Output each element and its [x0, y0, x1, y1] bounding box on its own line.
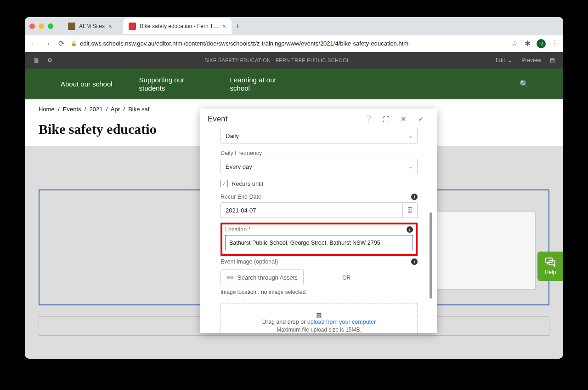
daily-frequency-label: Daily Frequency	[220, 150, 418, 156]
recurrence-select[interactable]: Daily⌄	[220, 128, 418, 143]
info-icon[interactable]: i	[411, 258, 418, 265]
crumb-year[interactable]: 2021	[90, 106, 103, 113]
crumb-month[interactable]: Apr	[111, 106, 120, 113]
recurs-until-row: ✓ Recurs until	[220, 180, 418, 187]
chevron-down-icon: ⌄	[408, 133, 413, 139]
window-maximize-button[interactable]	[48, 23, 53, 29]
text-caret	[381, 239, 381, 246]
chevron-down-icon: ⌄	[508, 57, 512, 63]
aem-favicon-icon	[68, 23, 75, 30]
crumb-home[interactable]: Home	[39, 106, 55, 113]
close-icon[interactable]: ×	[108, 23, 112, 30]
address-bar: ← → ⟳ 🔒 edit.sws.schools.nsw.gov.au/edit…	[25, 35, 563, 52]
binoculars-icon: 👓	[226, 274, 234, 281]
help-button[interactable]: Help	[537, 252, 563, 281]
search-icon[interactable]: 🔍	[520, 80, 529, 88]
nav-about[interactable]: About our school	[61, 80, 113, 88]
image-icon: 🖼	[226, 312, 413, 319]
edit-mode-dropdown[interactable]: Edit⌄	[496, 57, 513, 63]
location-highlight: Location * i Bathurst Public School, Geo…	[220, 223, 418, 256]
close-icon[interactable]: ✕	[395, 115, 412, 123]
dialog-body: Daily⌄ Daily Frequency Every day⌄ ✓ Recu…	[200, 126, 437, 333]
new-tab-button[interactable]: +	[235, 22, 240, 31]
star-icon[interactable]: ☆	[511, 39, 518, 48]
side-panel-icon[interactable]: ▥	[31, 56, 40, 65]
chat-icon	[545, 257, 556, 267]
tab-label: Bike safety education - Fern T…	[140, 23, 219, 29]
menu-icon[interactable]: ⋮	[551, 39, 559, 48]
daily-frequency-select[interactable]: Every day⌄	[220, 159, 418, 174]
info-icon[interactable]: i	[411, 194, 418, 200]
back-button[interactable]: ←	[29, 40, 38, 48]
recurs-until-checkbox[interactable]: ✓	[220, 180, 228, 187]
url-field[interactable]: 🔒 edit.sws.schools.nsw.gov.au/editor.htm…	[71, 40, 505, 47]
search-assets-button[interactable]: 👓 Search through Assets	[220, 270, 304, 285]
lock-icon: 🔒	[71, 40, 77, 46]
preview-button[interactable]: Preview	[521, 57, 541, 63]
fullscreen-icon[interactable]: ⛶	[377, 115, 395, 123]
info-icon[interactable]: i	[407, 226, 413, 233]
page-info-icon[interactable]: ▤	[548, 56, 557, 65]
profile-avatar[interactable]: R	[537, 39, 546, 48]
recur-end-date-input[interactable]: 2021-04-07	[220, 202, 403, 218]
help-icon[interactable]: ❔	[360, 115, 377, 123]
location-input[interactable]: Bathurst Public School, George Street, B…	[225, 235, 413, 250]
location-label: Location * i	[225, 226, 413, 233]
aem-toolbar: ▥ ⚙ BIKE SAFETY EDUCATION - FERN TREE PU…	[25, 52, 563, 69]
tab-label: AEM Sites	[79, 23, 105, 29]
upload-link[interactable]: upload from your computer	[307, 319, 376, 325]
image-location-text: Image location : no image selected	[220, 289, 418, 295]
aem-page-title: BIKE SAFETY EDUCATION - FERN TREE PUBLIC…	[59, 57, 496, 63]
close-icon[interactable]: ×	[222, 23, 226, 30]
tab-bar: AEM Sites × Bike safety education - Fern…	[25, 17, 563, 35]
or-label: OR	[342, 275, 351, 281]
tab-bike-safety[interactable]: Bike safety education - Fern T… ×	[123, 18, 232, 34]
crumb-events[interactable]: Events	[63, 106, 81, 113]
max-size-text: Maximum file upload size is 15MB.	[226, 327, 413, 333]
nav-learning[interactable]: Learning at our school	[230, 76, 294, 92]
nsw-favicon-icon	[129, 23, 136, 30]
site-navigation: About our school Supporting our students…	[25, 69, 563, 99]
tab-aem-sites[interactable]: AEM Sites ×	[62, 18, 118, 34]
nav-supporting[interactable]: Supporting our students	[139, 76, 204, 92]
chevron-down-icon: ⌄	[408, 164, 413, 170]
forward-button[interactable]: →	[43, 40, 51, 48]
page-title: Bike safety educatio	[39, 121, 157, 137]
submit-icon[interactable]: ✓	[412, 115, 430, 123]
extensions-icon[interactable]: ✱	[524, 39, 531, 48]
recur-end-date-field: 2021-04-07 🗓	[220, 202, 418, 218]
breadcrumb: Home / Events / 2021 / Apr / Bike saf	[39, 106, 149, 113]
dialog-title: Event	[208, 115, 227, 124]
browser-window: AEM Sites × Bike safety education - Fern…	[25, 17, 563, 359]
window-minimize-button[interactable]	[39, 23, 44, 29]
event-dialog: Event ❔ ⛶ ✕ ✓ Daily⌄ Daily Frequency Eve…	[200, 109, 437, 333]
recurs-until-label: Recurs until	[232, 180, 263, 187]
settings-icon[interactable]: ⚙	[45, 56, 54, 65]
window-close-button[interactable]	[29, 23, 35, 29]
upload-dropzone[interactable]: 🖼 Drag and drop or upload from your comp…	[220, 304, 418, 333]
reload-button[interactable]: ⟳	[57, 40, 65, 48]
recur-end-label: Recur End Date i	[220, 194, 418, 200]
calendar-icon[interactable]: 🗓	[403, 202, 418, 218]
event-image-label: Event image (optional) i	[220, 258, 418, 265]
url-text: edit.sws.schools.nsw.gov.au/editor.html/…	[80, 40, 410, 47]
crumb-page: Bike saf	[128, 106, 149, 113]
